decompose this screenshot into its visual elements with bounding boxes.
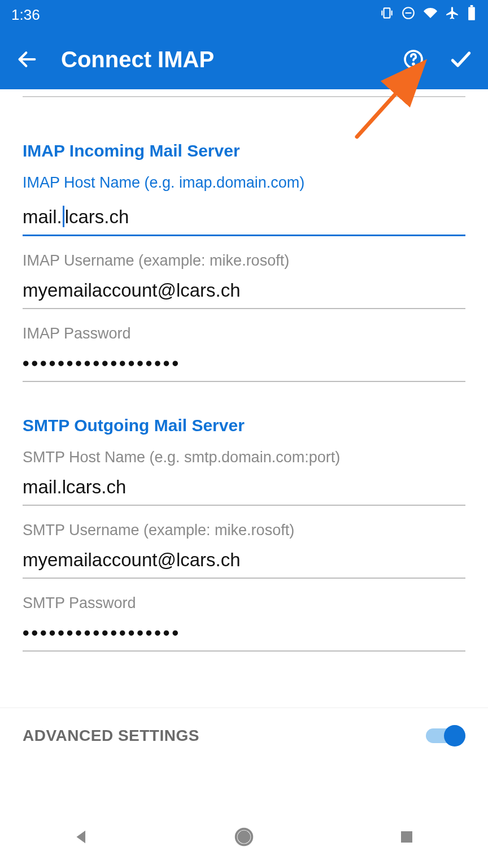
smtp-password-input[interactable]: •••••••••••••••••• [23,618,465,652]
svg-point-9 [413,63,414,64]
help-button[interactable] [400,46,427,73]
svg-rect-15 [401,831,412,843]
svg-marker-12 [77,831,86,844]
smtp-host-field[interactable]: SMTP Host Name (e.g. smtp.domain.com:por… [23,449,465,506]
imap-host-input[interactable]: mail.lcars.ch [23,197,465,236]
smtp-username-input[interactable] [23,545,465,579]
status-time: 1:36 [11,6,40,24]
imap-host-label: IMAP Host Name (e.g. imap.domain.com) [23,174,465,192]
confirm-button[interactable] [447,46,474,73]
battery-icon [467,5,477,25]
smtp-username-label: SMTP Username (example: mike.rosoft) [23,522,465,539]
smtp-host-label: SMTP Host Name (e.g. smtp.domain.com:por… [23,449,465,466]
svg-rect-6 [470,5,473,7]
system-nav-bar [0,806,488,868]
nav-recent-button[interactable] [394,824,419,849]
smtp-section-title: SMTP Outgoing Mail Server [23,416,465,435]
svg-point-14 [239,832,250,843]
imap-section-title: IMAP Incoming Mail Server [23,141,465,160]
imap-username-label: IMAP Username (example: mike.rosoft) [23,252,465,270]
imap-username-field[interactable]: IMAP Username (example: mike.rosoft) [23,252,465,309]
status-icons [380,5,477,25]
page-title: Connect IMAP [61,47,380,72]
svg-rect-5 [468,7,475,20]
status-bar: 1:36 [0,0,488,29]
wifi-icon [422,6,438,24]
imap-username-input[interactable] [23,275,465,309]
smtp-username-field[interactable]: SMTP Username (example: mike.rosoft) [23,522,465,579]
airplane-icon [445,6,460,24]
advanced-settings-label: ADVANCED SETTINGS [23,727,199,745]
imap-password-label: IMAP Password [23,325,465,342]
app-bar: Connect IMAP [0,29,488,89]
back-button[interactable] [14,46,41,73]
nav-back-button[interactable] [69,824,94,849]
advanced-settings-row[interactable]: ADVANCED SETTINGS [0,708,488,763]
smtp-password-label: SMTP Password [23,594,465,612]
text-cursor [63,206,64,227]
form-content: IMAP Incoming Mail Server IMAP Host Name… [0,96,488,652]
vibrate-icon [380,6,394,24]
imap-password-field[interactable]: IMAP Password •••••••••••••••••• [23,325,465,382]
svg-rect-0 [384,8,390,18]
imap-host-field[interactable]: IMAP Host Name (e.g. imap.domain.com) ma… [23,174,465,236]
toggle-thumb [444,725,465,747]
advanced-settings-toggle[interactable] [426,725,465,747]
top-separator [23,96,465,97]
imap-password-input[interactable]: •••••••••••••••••• [23,348,465,382]
nav-home-button[interactable] [232,824,256,849]
smtp-password-field[interactable]: SMTP Password •••••••••••••••••• [23,594,465,652]
smtp-host-input[interactable] [23,472,465,506]
dnd-icon [401,6,416,24]
